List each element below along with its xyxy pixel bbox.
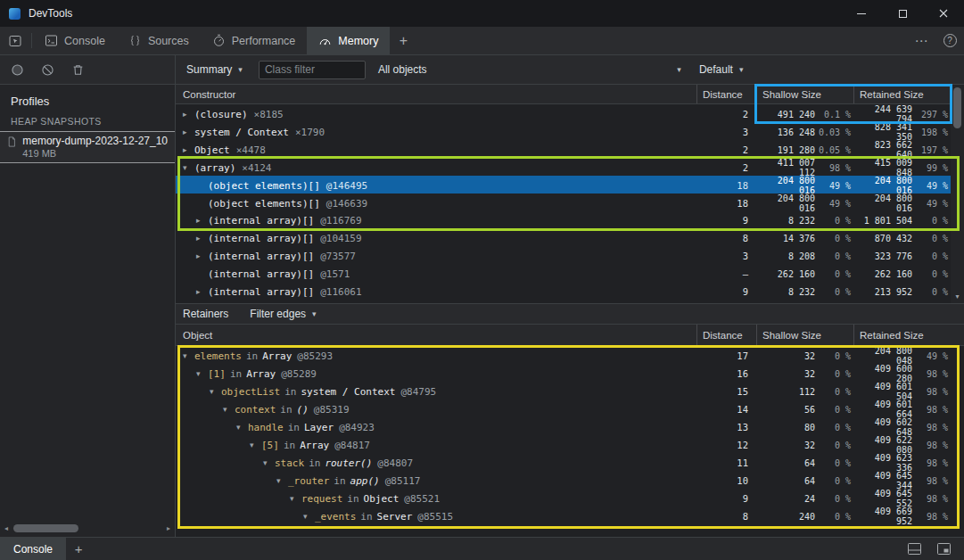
vertical-scrollbar[interactable]: ▾: [951, 85, 964, 303]
tab-console[interactable]: Console: [33, 27, 117, 54]
more-options-icon[interactable]: ⋯: [907, 27, 935, 54]
tab-memory[interactable]: Memory: [307, 27, 390, 54]
column-shallow-size[interactable]: Shallow Size: [756, 325, 853, 345]
constructor-name: (internal array)[]: [208, 215, 314, 226]
retainer-object-id: @84817: [334, 440, 370, 451]
drawer-add-tab-button[interactable]: +: [66, 541, 91, 556]
filter-edges-select[interactable]: Filter edges ▾: [250, 308, 316, 320]
tab-sources[interactable]: Sources: [117, 27, 201, 54]
clear-profiles-button[interactable]: [41, 63, 54, 77]
expander-icon[interactable]: ▸: [196, 216, 208, 225]
distance-value: 12: [696, 440, 756, 450]
expander-icon[interactable]: ▾: [210, 387, 221, 396]
expander-icon[interactable]: ▸: [183, 145, 194, 154]
class-filter-input[interactable]: [259, 61, 366, 79]
shallow-size-cell: 112 0 %: [756, 387, 853, 397]
help-icon: ?: [943, 34, 957, 47]
expander-icon[interactable]: ▾: [263, 458, 275, 467]
retainer-row[interactable]: ▾ _events in Server @85515 8 240 0 % 4: [176, 506, 964, 524]
snapshot-item[interactable]: memory-dump-2023-12-27_10 419 MB: [0, 131, 175, 163]
expander-icon[interactable]: ▾: [196, 369, 208, 378]
delete-profile-button[interactable]: [71, 63, 85, 77]
column-retained-size[interactable]: Retained Size: [853, 325, 951, 345]
shallow-size-cell: 24 0 %: [756, 494, 853, 504]
retainer-row[interactable]: ▾ context in () @85319 14 56 0 % 409 6: [176, 399, 964, 417]
column-distance[interactable]: Distance: [696, 325, 756, 345]
expander-icon[interactable]: ▸: [196, 234, 208, 243]
sidebar-horizontal-scrollbar[interactable]: ◂ ▸: [0, 522, 175, 535]
trash-icon: [71, 63, 85, 77]
constructor-row[interactable]: ▸ (internal array)[] @116769 9 8 232 0 %…: [176, 211, 964, 229]
constructor-row[interactable]: ▸ (internal array)[] @104159 8 14 376 0 …: [176, 229, 964, 247]
retainer-row[interactable]: ▾ objectList in system / Context @84795 …: [176, 382, 964, 399]
performance-icon: [212, 34, 226, 47]
expander-icon[interactable]: ▸: [183, 110, 194, 119]
column-object[interactable]: Object: [176, 325, 696, 345]
retained-size-value: 323 776: [853, 251, 912, 261]
close-button[interactable]: [923, 0, 964, 27]
constructor-row[interactable]: ▸ Object ×4478 2 191 280 0.05 % 823 662 …: [176, 140, 964, 158]
expander-icon[interactable]: ▾: [276, 476, 288, 485]
custom-panel-icon[interactable]: [936, 542, 952, 556]
shallow-size-cell: 491 240 0.1 %: [756, 110, 853, 119]
expander-icon[interactable]: ▸: [196, 251, 208, 260]
retainer-row[interactable]: ▾ [1] in Array @85289 16 32 0 % 409 60: [176, 364, 964, 382]
scroll-down-icon[interactable]: ▾: [951, 290, 964, 302]
record-heap-snapshot-button[interactable]: [11, 63, 24, 77]
retainer-row[interactable]: ▾ elements in Array @85293 17 32 0 % 2: [176, 346, 964, 364]
objects-scope-select[interactable]: All objects ▾: [375, 63, 685, 76]
distance-value: 8: [696, 511, 756, 522]
scrollbar-thumb[interactable]: [953, 87, 961, 128]
retainer-row[interactable]: ▾ [5] in Array @84817 12 32 0 % 409 62: [176, 435, 964, 453]
shallow-size-percent: 98 %: [815, 163, 851, 173]
dock-drawer-icon[interactable]: [907, 542, 922, 556]
scrollbar-thumb[interactable]: [13, 524, 78, 532]
shallow-size-percent: 0 %: [815, 458, 851, 468]
drawer-tab-console[interactable]: Console: [0, 538, 66, 560]
expander-icon[interactable]: ▸: [196, 287, 208, 296]
retainers-table-header: Object Distance Shallow Size Retained Si…: [176, 325, 964, 346]
constructor-row[interactable]: ▸ (closure) ×8185 2 491 240 0.1 % 244 63…: [176, 104, 964, 122]
expander-icon[interactable]: ▾: [236, 423, 248, 432]
inspect-icon[interactable]: [0, 27, 30, 54]
expander-icon[interactable]: ▾: [303, 512, 315, 521]
column-retained-size[interactable]: Retained Size: [853, 85, 951, 103]
maximize-button[interactable]: [882, 0, 923, 27]
minimize-button[interactable]: [841, 0, 882, 27]
retainer-row[interactable]: ▾ request in Object @85521 9 24 0 % 40: [176, 489, 964, 506]
add-tab-button[interactable]: +: [390, 27, 416, 54]
scroll-right-icon[interactable]: ▸: [162, 524, 175, 532]
expander-icon[interactable]: ▾: [223, 405, 235, 414]
constructor-row[interactable]: ▸ system / Context ×1790 3 136 248 0.03 …: [176, 122, 964, 140]
snapshot-icon: [7, 135, 16, 149]
shallow-size-percent: 0 %: [815, 269, 851, 279]
constructor-row[interactable]: (object elements)[] @146495 18 204 800 0…: [176, 176, 964, 194]
retained-size-percent: 98 %: [912, 369, 948, 379]
scroll-left-icon[interactable]: ◂: [0, 524, 12, 532]
constructor-row[interactable]: ▸ (internal array)[] @73577 3 8 208 0 % …: [176, 247, 964, 265]
tab-performance[interactable]: Performance: [201, 27, 308, 54]
expander-icon[interactable]: ▾: [183, 351, 194, 360]
column-shallow-size[interactable]: Shallow Size: [756, 85, 853, 103]
column-distance[interactable]: Distance: [696, 85, 756, 103]
expander-icon[interactable]: ▾: [290, 494, 301, 503]
retained-size-value: 409 601 664: [853, 399, 912, 419]
constructor-name-cell: ▸ (closure) ×8185: [176, 109, 696, 120]
help-button[interactable]: ?: [935, 27, 964, 54]
constructor-row[interactable]: ▸ (internal array)[] @116061 9 8 232 0 %…: [176, 283, 964, 301]
expander-icon[interactable]: ▸: [183, 128, 194, 136]
constructor-row[interactable]: ▾ (array) ×4124 2 411 007 112 98 % 415 0…: [176, 158, 964, 176]
sort-select[interactable]: Default ▾: [696, 63, 747, 76]
expander-icon[interactable]: ▾: [183, 163, 194, 172]
retainer-row[interactable]: ▾ stack in router() @84807 11 64 0 % 4: [176, 453, 964, 471]
retainer-row[interactable]: ▾ handle in Layer @84923 13 80 0 % 409: [176, 417, 964, 435]
constructor-name-cell: ▾ (array) ×4124: [176, 162, 696, 174]
expander-icon[interactable]: ▾: [250, 441, 261, 449]
perspective-select[interactable]: Summary ▾: [183, 63, 246, 76]
constructor-row[interactable]: (internal array)[] @1571 – 262 160 0 % 2…: [176, 265, 964, 283]
retained-size-value: 213 952: [853, 287, 912, 297]
column-constructor[interactable]: Constructor: [176, 85, 696, 103]
retained-size-cell: 823 662 640 197 %: [853, 140, 951, 160]
constructor-row[interactable]: (object elements)[] @146639 18 204 800 0…: [176, 194, 964, 211]
retainer-row[interactable]: ▾ _router in app() @85117 10 64 0 % 40: [176, 471, 964, 489]
